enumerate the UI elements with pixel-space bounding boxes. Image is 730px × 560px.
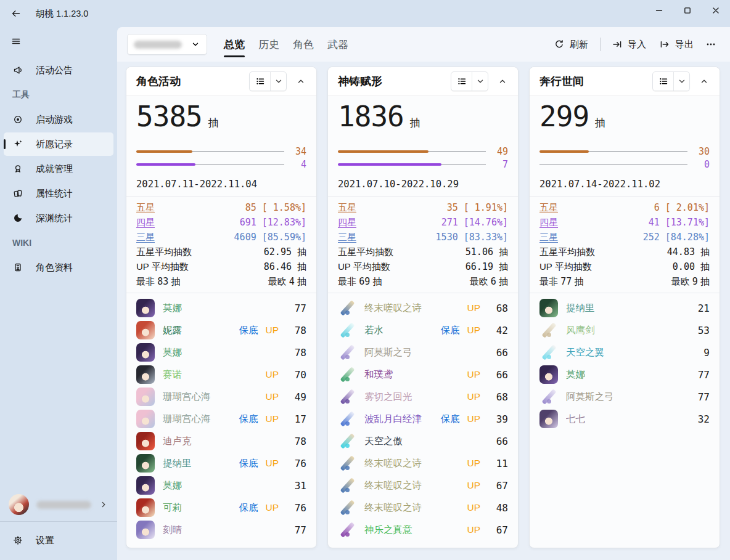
extremes-row: 最非 83 抽 最欧 4 抽 (136, 274, 306, 289)
item-name: 天空之傲 (364, 435, 472, 448)
weapon-icon (338, 410, 356, 428)
toolbar-actions: 刷新 导入 导出 (548, 34, 721, 55)
pull-count: 53 (690, 325, 710, 336)
list-item[interactable]: 雾切之回光 UP 68 (333, 386, 513, 408)
guarantee-badge: 保底 (440, 324, 459, 337)
collapse-card-button[interactable] (292, 72, 310, 91)
five-star-pity-row: 49 (338, 145, 508, 158)
tab-overview[interactable]: 总览 (217, 33, 252, 57)
list-item[interactable]: 提纳里 21 (535, 297, 715, 319)
idcard-icon (12, 262, 23, 273)
character-avatar (136, 498, 155, 517)
collapse-card-button[interactable] (493, 72, 512, 91)
list-item[interactable]: 七七 32 (535, 408, 715, 430)
card-summary: 5385 抽 34 4 2021.07.11-2022.11.04 (126, 96, 316, 196)
list-item[interactable]: 天空之翼 9 (535, 341, 715, 363)
list-item[interactable]: 可莉 保底 UP 76 (131, 497, 311, 519)
minimize-button[interactable] (645, 0, 673, 21)
avg-five-value: 44.83 抽 (667, 246, 710, 258)
list-mode-button[interactable] (250, 72, 271, 91)
pull-count: 77 (690, 391, 710, 403)
list-mode-button[interactable] (653, 72, 674, 91)
list-item[interactable]: 莫娜 31 (131, 474, 311, 497)
sidebar-item-property-stats[interactable]: 属性统计 (4, 182, 113, 205)
list-item[interactable]: 天空之傲 66 (333, 430, 513, 452)
list-mode-dropdown-button[interactable] (472, 72, 488, 91)
list-item[interactable]: 终末嗟叹之诗 UP 67 (333, 474, 513, 497)
list-item[interactable]: 赛诺 UP 70 (131, 363, 311, 386)
list-item[interactable]: 波乱月白经津 保底 UP 39 (333, 408, 513, 430)
sidebar-section-label: 工具 (4, 83, 113, 107)
item-name: 终末嗟叹之诗 (364, 479, 459, 492)
list-item[interactable]: 神乐之真意 UP 67 (333, 519, 513, 541)
pull-count: 39 (488, 413, 508, 425)
collapse-card-button[interactable] (695, 72, 713, 91)
sidebar-item-achievements[interactable]: 成就管理 (4, 157, 113, 181)
item-badges: UP (467, 302, 480, 314)
sidebar-item-character-wiki[interactable]: 角色资料 (4, 256, 113, 279)
item-badges: UP (467, 458, 480, 469)
sidebar-item-abyss-stats[interactable]: 深渊统计 (4, 206, 113, 230)
list-item[interactable]: 迪卢克 78 (131, 430, 311, 452)
up-badge: UP (265, 391, 279, 402)
sidebar-nav: 活动公告 工具 启动游戏 祈愿记录 成就管理 属性统计 深渊统计 WIKI 角色 (0, 58, 117, 280)
nav-toggle-button[interactable] (4, 31, 28, 52)
list-item[interactable]: 和璞鸢 UP 66 (333, 363, 513, 386)
import-button[interactable]: 导入 (605, 34, 653, 55)
list-mode-dropdown-button[interactable] (674, 72, 689, 91)
close-button[interactable] (702, 0, 730, 21)
item-name: 终末嗟叹之诗 (364, 501, 459, 514)
account-selector[interactable] (127, 34, 207, 55)
list-item[interactable]: 终末嗟叹之诗 UP 48 (333, 497, 513, 519)
list-item[interactable]: 刻晴 77 (131, 519, 311, 541)
list-item[interactable]: 终末嗟叹之诗 UP 11 (333, 452, 513, 474)
sidebar-item-settings[interactable]: 设置 (4, 528, 113, 553)
up-badge: UP (467, 325, 480, 336)
list-item[interactable]: 阿莫斯之弓 77 (535, 386, 715, 408)
pull-count: 17 (287, 413, 306, 425)
sidebar-item-wish-records[interactable]: 祈愿记录 (4, 132, 113, 156)
character-avatar (136, 388, 155, 406)
list-item[interactable]: 提纳里 保底 UP 76 (131, 452, 311, 474)
list-item[interactable]: 珊瑚宫心海 UP 49 (131, 386, 311, 408)
pull-count: 76 (287, 502, 306, 514)
date-range: 2021.07.14-2022.11.02 (539, 179, 710, 190)
sidebar-item-launch-game[interactable]: 启动游戏 (4, 108, 113, 131)
list-item[interactable]: 风鹰剑 53 (535, 319, 715, 341)
list-item[interactable]: 莫娜 77 (535, 363, 715, 386)
item-name: 天空之翼 (566, 346, 674, 359)
export-button[interactable]: 导出 (653, 34, 700, 55)
item-name: 终末嗟叹之诗 (364, 457, 459, 470)
tab-weapons[interactable]: 武器 (321, 33, 355, 57)
tab-history[interactable]: 历史 (252, 33, 286, 57)
rarity-label: 五星 (338, 202, 356, 214)
app-title: 胡桃 1.1.23.0 (36, 8, 88, 20)
five-star-pity-track (539, 150, 687, 153)
avg-five-label: 五星平均抽数 (136, 246, 192, 258)
tab-characters[interactable]: 角色 (286, 33, 321, 57)
maximize-button[interactable] (673, 0, 702, 21)
chevron-up-icon (296, 76, 306, 86)
avg-up-label: UP 平均抽数 (136, 261, 189, 273)
list-item[interactable]: 珊瑚宫心海 保底 UP 17 (131, 408, 311, 430)
list-mode-dropdown-button[interactable] (271, 72, 286, 91)
banner-card-weapon-event: 神铸赋形 1836 抽 49 7 2021.0 (327, 67, 519, 548)
refresh-button[interactable]: 刷新 (548, 34, 595, 55)
list-item[interactable]: 若水 保底 UP 42 (333, 319, 513, 341)
user-account-row[interactable] (4, 492, 113, 517)
list-item[interactable]: 终末嗟叹之诗 UP 68 (333, 297, 513, 319)
list-item[interactable]: 莫娜 77 (131, 297, 311, 319)
rarity-value: 691 [12.83%] (240, 217, 306, 228)
rarity-stat-row: 五星 6 [ 2.01%] (539, 200, 710, 215)
guarantee-badge: 保底 (239, 413, 258, 426)
crescent-icon (12, 213, 23, 224)
list-item[interactable]: 阿莫斯之弓 66 (333, 341, 513, 363)
list-mode-button[interactable] (451, 72, 472, 91)
four-star-pity-track (136, 163, 284, 166)
list-item[interactable]: 妮露 保底 UP 78 (131, 319, 311, 341)
more-button[interactable] (700, 35, 721, 54)
rarity-stat-row: 五星 35 [ 1.91%] (338, 200, 508, 215)
list-item[interactable]: 莫娜 78 (131, 341, 311, 363)
sidebar-item-announcements[interactable]: 活动公告 (4, 59, 113, 82)
back-button[interactable] (4, 3, 28, 24)
